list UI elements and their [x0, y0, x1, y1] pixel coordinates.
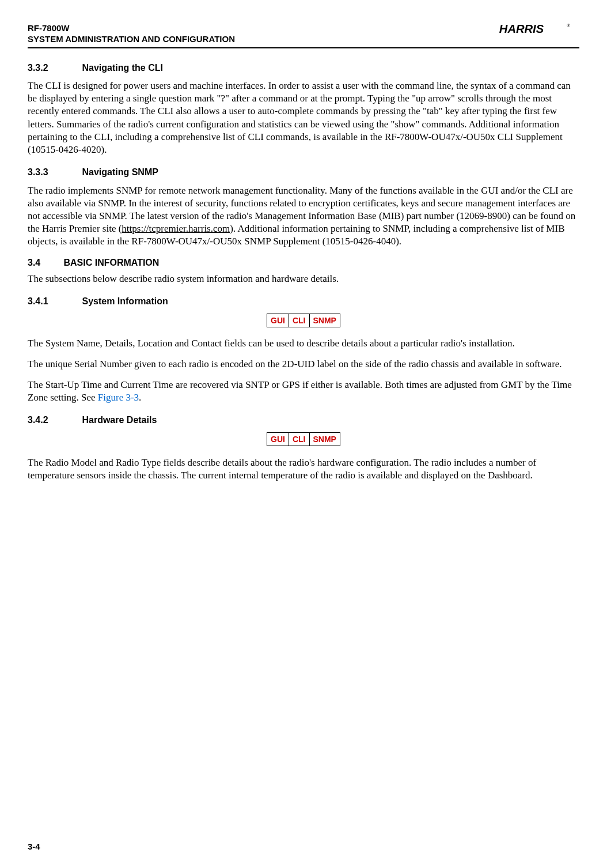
interface-badges: GUI CLI SNMP: [28, 314, 579, 329]
heading-title: Hardware Details: [82, 415, 157, 425]
text-fragment: .: [139, 392, 141, 403]
para-3-3-3: The radio implements SNMP for remote net…: [28, 184, 579, 248]
heading-num: 3.4.2: [28, 414, 79, 427]
heading-num: 3.4.1: [28, 296, 79, 308]
heading-num: 3.3.2: [28, 62, 79, 74]
heading-3-3-3: 3.3.3 Navigating SNMP: [28, 167, 579, 179]
figure-ref[interactable]: Figure 3-3: [98, 392, 139, 403]
heading-3-4-1: 3.4.1 System Information: [28, 296, 579, 308]
header-line1: RF-7800W: [28, 23, 70, 33]
heading-num: 3.3.3: [28, 167, 79, 179]
interface-badges: GUI CLI SNMP: [28, 432, 579, 448]
heading-3-3-2: 3.3.2 Navigating the CLI: [28, 62, 579, 74]
svg-text:HARRIS: HARRIS: [499, 23, 544, 35]
heading-title: BASIC INFORMATION: [63, 258, 159, 267]
badge-snmp: SNMP: [309, 314, 340, 327]
badge-snmp: SNMP: [309, 433, 340, 446]
svg-text:®: ®: [567, 23, 570, 28]
badge-cli: CLI: [289, 433, 309, 446]
harris-logo-icon: HARRIS ®: [493, 23, 579, 36]
heading-title: System Information: [82, 296, 168, 306]
page-number: 3-4: [28, 841, 40, 852]
heading-3-4-2: 3.4.2 Hardware Details: [28, 414, 579, 427]
para-3-4-1-b: The unique Serial Number given to each r…: [28, 358, 579, 371]
badge-gui: GUI: [267, 314, 289, 327]
heading-title: Navigating SNMP: [82, 167, 158, 177]
heading-3-4: 3.4 BASIC INFORMATION: [28, 257, 579, 269]
badge-cli: CLI: [289, 314, 309, 327]
header-text: RF-7800W SYSTEM ADMINISTRATION AND CONFI…: [28, 23, 235, 45]
para-3-3-2: The CLI is designed for power users and …: [28, 80, 579, 156]
brand-logo: HARRIS ®: [493, 23, 579, 36]
para-3-4: The subsections below describe radio sys…: [28, 273, 579, 285]
premier-link[interactable]: https://tcpremier.harris.com: [122, 223, 230, 234]
para-3-4-1-c: The Start-Up Time and Current Time are r…: [28, 379, 579, 404]
para-3-4-1-a: The System Name, Details, Location and C…: [28, 337, 579, 350]
para-3-4-2: The Radio Model and Radio Type fields de…: [28, 456, 579, 482]
heading-num: 3.4: [28, 257, 61, 269]
badge-table: GUI CLI SNMP: [267, 432, 340, 446]
page-header: RF-7800W SYSTEM ADMINISTRATION AND CONFI…: [28, 23, 579, 48]
badge-table: GUI CLI SNMP: [267, 314, 340, 327]
header-line2: SYSTEM ADMINISTRATION AND CONFIGURATION: [28, 34, 235, 44]
badge-gui: GUI: [267, 433, 289, 446]
heading-title: Navigating the CLI: [82, 63, 162, 73]
